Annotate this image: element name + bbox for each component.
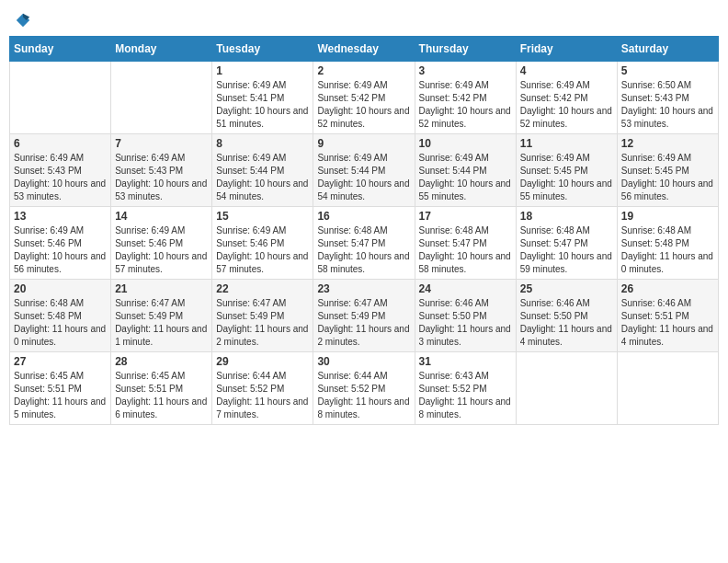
day-number: 17 (419, 210, 512, 223)
day-number: 4 (520, 64, 613, 77)
day-number: 16 (317, 210, 410, 223)
calendar-cell: 8Sunrise: 6:49 AM Sunset: 5:44 PM Daylig… (212, 134, 313, 207)
day-info: Sunrise: 6:49 AM Sunset: 5:44 PM Dayligh… (317, 152, 410, 203)
day-info: Sunrise: 6:45 AM Sunset: 5:51 PM Dayligh… (14, 370, 107, 421)
day-number: 10 (419, 137, 512, 150)
calendar-week-row: 27Sunrise: 6:45 AM Sunset: 5:51 PM Dayli… (10, 352, 719, 425)
calendar-header-friday: Friday (516, 37, 617, 62)
calendar-cell: 4Sunrise: 6:49 AM Sunset: 5:42 PM Daylig… (516, 62, 617, 134)
day-number: 18 (520, 210, 613, 223)
day-info: Sunrise: 6:45 AM Sunset: 5:51 PM Dayligh… (115, 370, 208, 421)
day-info: Sunrise: 6:50 AM Sunset: 5:43 PM Dayligh… (621, 79, 714, 131)
day-info: Sunrise: 6:49 AM Sunset: 5:43 PM Dayligh… (115, 152, 208, 203)
calendar-cell (516, 352, 617, 425)
day-info: Sunrise: 6:44 AM Sunset: 5:52 PM Dayligh… (317, 370, 410, 421)
day-number: 31 (419, 355, 512, 368)
day-number: 26 (621, 282, 714, 295)
calendar-cell: 26Sunrise: 6:46 AM Sunset: 5:51 PM Dayli… (617, 280, 718, 352)
day-info: Sunrise: 6:49 AM Sunset: 5:46 PM Dayligh… (115, 224, 208, 276)
calendar-header-saturday: Saturday (617, 37, 718, 62)
day-info: Sunrise: 6:48 AM Sunset: 5:48 PM Dayligh… (14, 297, 107, 349)
logo (13, 9, 33, 29)
day-info: Sunrise: 6:48 AM Sunset: 5:47 PM Dayligh… (520, 224, 613, 276)
day-number: 25 (520, 282, 613, 295)
day-info: Sunrise: 6:49 AM Sunset: 5:45 PM Dayligh… (520, 152, 613, 203)
day-info: Sunrise: 6:49 AM Sunset: 5:41 PM Dayligh… (216, 79, 309, 131)
day-info: Sunrise: 6:49 AM Sunset: 5:42 PM Dayligh… (317, 79, 410, 131)
calendar-header-row: SundayMondayTuesdayWednesdayThursdayFrid… (10, 37, 719, 62)
calendar-cell: 13Sunrise: 6:49 AM Sunset: 5:46 PM Dayli… (10, 207, 111, 280)
day-number: 2 (317, 64, 410, 77)
calendar-header-monday: Monday (111, 37, 212, 62)
calendar-cell: 30Sunrise: 6:44 AM Sunset: 5:52 PM Dayli… (313, 352, 415, 425)
day-info: Sunrise: 6:47 AM Sunset: 5:49 PM Dayligh… (115, 297, 208, 349)
day-number: 13 (14, 210, 107, 223)
day-info: Sunrise: 6:49 AM Sunset: 5:46 PM Dayligh… (216, 224, 309, 276)
day-number: 22 (216, 282, 309, 295)
day-number: 19 (621, 210, 714, 223)
calendar-cell: 7Sunrise: 6:49 AM Sunset: 5:43 PM Daylig… (111, 134, 212, 207)
calendar-cell: 14Sunrise: 6:49 AM Sunset: 5:46 PM Dayli… (111, 207, 212, 280)
calendar-cell (10, 62, 111, 134)
day-number: 21 (115, 282, 208, 295)
calendar-cell: 22Sunrise: 6:47 AM Sunset: 5:49 PM Dayli… (212, 280, 313, 352)
day-number: 3 (419, 64, 512, 77)
calendar-cell: 3Sunrise: 6:49 AM Sunset: 5:42 PM Daylig… (415, 62, 516, 134)
day-number: 14 (115, 210, 208, 223)
calendar-cell: 15Sunrise: 6:49 AM Sunset: 5:46 PM Dayli… (212, 207, 313, 280)
page-header (9, 9, 719, 29)
day-number: 28 (115, 355, 208, 368)
calendar-header-wednesday: Wednesday (313, 37, 415, 62)
calendar-cell (111, 62, 212, 134)
calendar-cell: 5Sunrise: 6:50 AM Sunset: 5:43 PM Daylig… (617, 62, 718, 134)
day-info: Sunrise: 6:49 AM Sunset: 5:44 PM Dayligh… (216, 152, 309, 203)
day-number: 29 (216, 355, 309, 368)
calendar-cell: 20Sunrise: 6:48 AM Sunset: 5:48 PM Dayli… (10, 280, 111, 352)
day-number: 15 (216, 210, 309, 223)
calendar-cell (617, 352, 718, 425)
calendar-week-row: 1Sunrise: 6:49 AM Sunset: 5:41 PM Daylig… (10, 62, 719, 134)
day-info: Sunrise: 6:48 AM Sunset: 5:47 PM Dayligh… (317, 224, 410, 276)
day-info: Sunrise: 6:43 AM Sunset: 5:52 PM Dayligh… (419, 370, 512, 421)
day-info: Sunrise: 6:49 AM Sunset: 5:46 PM Dayligh… (14, 224, 107, 276)
day-info: Sunrise: 6:44 AM Sunset: 5:52 PM Dayligh… (216, 370, 309, 421)
day-info: Sunrise: 6:49 AM Sunset: 5:42 PM Dayligh… (520, 79, 613, 131)
day-info: Sunrise: 6:46 AM Sunset: 5:50 PM Dayligh… (520, 297, 613, 349)
calendar-cell: 21Sunrise: 6:47 AM Sunset: 5:49 PM Dayli… (111, 280, 212, 352)
day-info: Sunrise: 6:48 AM Sunset: 5:47 PM Dayligh… (419, 224, 512, 276)
calendar-cell: 12Sunrise: 6:49 AM Sunset: 5:45 PM Dayli… (617, 134, 718, 207)
day-info: Sunrise: 6:49 AM Sunset: 5:43 PM Dayligh… (14, 152, 107, 203)
logo-icon (15, 12, 31, 29)
calendar-cell: 23Sunrise: 6:47 AM Sunset: 5:49 PM Dayli… (313, 280, 415, 352)
day-number: 27 (14, 355, 107, 368)
calendar-cell: 19Sunrise: 6:48 AM Sunset: 5:48 PM Dayli… (617, 207, 718, 280)
calendar-cell: 10Sunrise: 6:49 AM Sunset: 5:44 PM Dayli… (415, 134, 516, 207)
day-number: 5 (621, 64, 714, 77)
day-info: Sunrise: 6:46 AM Sunset: 5:50 PM Dayligh… (419, 297, 512, 349)
calendar-cell: 6Sunrise: 6:49 AM Sunset: 5:43 PM Daylig… (10, 134, 111, 207)
day-number: 23 (317, 282, 410, 295)
calendar-cell: 1Sunrise: 6:49 AM Sunset: 5:41 PM Daylig… (212, 62, 313, 134)
day-info: Sunrise: 6:48 AM Sunset: 5:48 PM Dayligh… (621, 224, 714, 276)
calendar-header-sunday: Sunday (10, 37, 111, 62)
day-info: Sunrise: 6:47 AM Sunset: 5:49 PM Dayligh… (216, 297, 309, 349)
calendar-cell: 29Sunrise: 6:44 AM Sunset: 5:52 PM Dayli… (212, 352, 313, 425)
day-number: 11 (520, 137, 613, 150)
calendar-cell: 27Sunrise: 6:45 AM Sunset: 5:51 PM Dayli… (10, 352, 111, 425)
calendar-cell: 2Sunrise: 6:49 AM Sunset: 5:42 PM Daylig… (313, 62, 415, 134)
calendar-week-row: 6Sunrise: 6:49 AM Sunset: 5:43 PM Daylig… (10, 134, 719, 207)
calendar-week-row: 13Sunrise: 6:49 AM Sunset: 5:46 PM Dayli… (10, 207, 719, 280)
calendar-cell: 11Sunrise: 6:49 AM Sunset: 5:45 PM Dayli… (516, 134, 617, 207)
day-number: 9 (317, 137, 410, 150)
calendar-cell: 31Sunrise: 6:43 AM Sunset: 5:52 PM Dayli… (415, 352, 516, 425)
day-number: 30 (317, 355, 410, 368)
calendar-header-thursday: Thursday (415, 37, 516, 62)
day-number: 1 (216, 64, 309, 77)
calendar-week-row: 20Sunrise: 6:48 AM Sunset: 5:48 PM Dayli… (10, 280, 719, 352)
calendar-cell: 28Sunrise: 6:45 AM Sunset: 5:51 PM Dayli… (111, 352, 212, 425)
calendar-cell: 25Sunrise: 6:46 AM Sunset: 5:50 PM Dayli… (516, 280, 617, 352)
day-info: Sunrise: 6:49 AM Sunset: 5:42 PM Dayligh… (419, 79, 512, 131)
day-info: Sunrise: 6:49 AM Sunset: 5:45 PM Dayligh… (621, 152, 714, 203)
day-info: Sunrise: 6:47 AM Sunset: 5:49 PM Dayligh… (317, 297, 410, 349)
day-number: 24 (419, 282, 512, 295)
